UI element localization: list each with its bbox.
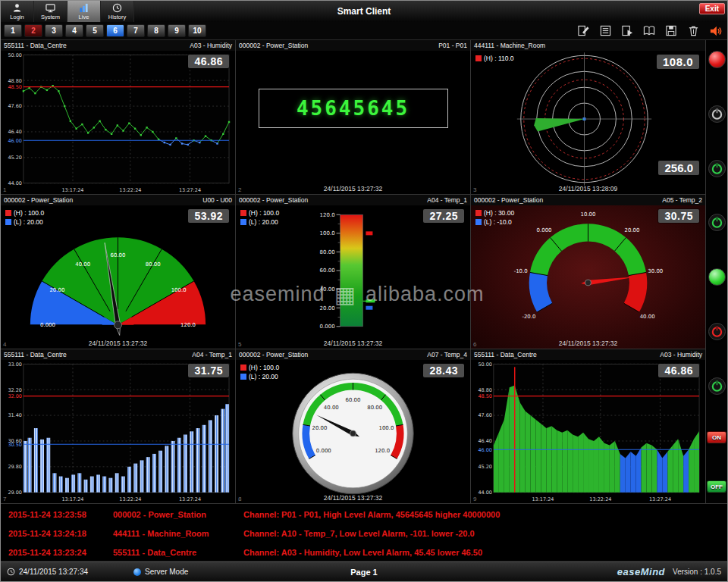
panel-8-dial-gauge[interactable]: 000002 - Power_Station A07 - Temp_4 0.00… [236, 349, 471, 504]
legend-item: (H) : 100.0 [5, 209, 44, 217]
humidity-line-chart: 50.0048.8048.5047.6046.4046.0045.2044.00… [1, 51, 235, 195]
legend-item: (L) : 20.00 [240, 218, 279, 226]
vertical-bar-gauge: 120.0100.080.0060.0040.0020.000.000 [236, 205, 470, 349]
panel-2-digital-readout[interactable]: 000002 - Power_Station P01 - P01 4564564… [236, 40, 471, 195]
page-tab-10[interactable]: 10 [188, 24, 206, 37]
server-mode-icon [133, 568, 141, 576]
alarm-station: 444111 - Machine_Room [113, 529, 243, 538]
panel-timestamp: 24/11/2015 13:27:32 [236, 185, 470, 192]
svg-text:120.0: 120.0 [320, 212, 335, 218]
nav-label: Live [79, 14, 89, 20]
page-tab-2[interactable]: 2 [24, 24, 42, 37]
nav-live-button[interactable]: Live [67, 1, 101, 22]
svg-text:80.00: 80.00 [146, 261, 161, 268]
panel-channel: U00 - U00 [202, 196, 232, 204]
panel-header: 000002 - Power_Station A07 - Temp_4 [236, 349, 470, 360]
page-tab-8[interactable]: 8 [147, 24, 165, 37]
main-area: 555111 - Data_Centre A03 - Humidity 50.0… [1, 40, 727, 504]
panel-4-semicircle-gauge[interactable]: 000002 - Power_Station U00 - U00 0.00020… [1, 195, 236, 349]
system-icon [46, 3, 55, 13]
red-knob-button[interactable] [708, 51, 726, 68]
play-icon-button[interactable] [620, 24, 635, 37]
svg-text:48.80: 48.80 [8, 78, 22, 84]
panel-7-bar-chart[interactable]: 555111 - Data_Centre A04 - Temp_1 33.003… [1, 349, 236, 504]
status-time: 24/11/2015 13:27:34 [19, 568, 88, 576]
svg-text:40.00: 40.00 [320, 286, 335, 293]
on-button[interactable]: ON [707, 431, 726, 443]
clock-icon [7, 568, 15, 576]
page-tab-3[interactable]: 3 [45, 24, 63, 37]
panel-station: 000002 - Power_Station [239, 351, 308, 358]
page-tab-7[interactable]: 7 [127, 24, 145, 37]
alarm-message: Channel: A10 - Temp_7, Low Level Alarm, … [243, 529, 475, 538]
panel-6-ring-gauge[interactable]: 000002 - Power_Station A05 - Temp_2 -20.… [471, 195, 706, 349]
alarm-row[interactable]: 2015-11-24 13:24:18444111 - Machine_Room… [1, 524, 727, 543]
server-mode-group: Server Mode [133, 568, 188, 576]
page-tab-1[interactable]: 1 [4, 24, 22, 37]
svg-text:46.00: 46.00 [478, 447, 492, 453]
nav-history-button[interactable]: History [101, 1, 134, 22]
book-icon-button[interactable] [642, 24, 657, 37]
page-tab-9[interactable]: 9 [168, 24, 186, 37]
panel-timestamp: 24/11/2015 13:27:32 [1, 340, 235, 347]
panel-station: 000002 - Power_Station [239, 42, 308, 49]
alarm-message: Channel: P01 - P01, High Level Alarm, 45… [243, 510, 500, 519]
svg-text:32.00: 32.00 [8, 393, 22, 399]
value-readout: 46.86 [188, 55, 229, 68]
value-readout: 53.92 [188, 209, 229, 223]
panel-header: 555111 - Data_Centre A04 - Temp_1 [1, 349, 235, 360]
panel-legend: (H) : 110.0 [475, 55, 514, 62]
panel-header: 444111 - Machine_Room [471, 40, 705, 51]
panel-5-vertical-bar-gauge[interactable]: 000002 - Power_Station A04 - Temp_1 120.… [236, 195, 471, 349]
svg-text:46.40: 46.40 [8, 129, 22, 135]
svg-text:30.00: 30.00 [648, 268, 663, 274]
legend-item: (L) : 20.00 [240, 373, 279, 380]
panel-station: 000002 - Power_Station [4, 196, 73, 204]
save-icon-button[interactable] [664, 24, 679, 37]
edit-icon-button[interactable] [576, 24, 591, 37]
speaker-icon-button[interactable] [708, 24, 723, 37]
semicircle-gauge: 0.00020.0040.0060.0080.00100.0120.0 [1, 205, 235, 349]
svg-text:120.0: 120.0 [375, 448, 390, 454]
trash-icon-button[interactable] [686, 24, 701, 37]
page-tab-5[interactable]: 5 [86, 24, 104, 37]
panel-channel: A07 - Temp_4 [427, 351, 467, 358]
svg-text:0.000: 0.000 [537, 227, 552, 233]
alarm-row[interactable]: 2015-11-24 13:23:58000002 - Power_Statio… [1, 505, 727, 524]
server-mode-label: Server Mode [145, 568, 188, 576]
svg-text:13:27:24: 13:27:24 [179, 496, 201, 502]
svg-text:44.00: 44.00 [8, 180, 22, 186]
page-tab-6[interactable]: 6 [106, 24, 124, 37]
svg-text:50.00: 50.00 [8, 52, 22, 58]
value-readout: 28.43 [423, 364, 464, 377]
panel-9-area-chart[interactable]: 555111 - Data_Centre A03 - Humidity 50.0… [471, 349, 706, 504]
green-power-3-button[interactable] [708, 377, 726, 395]
svg-text:80.00: 80.00 [320, 249, 335, 255]
svg-text:13:27:24: 13:27:24 [179, 187, 201, 193]
nav-login-button[interactable]: Login [1, 1, 34, 22]
green-power-1-button[interactable] [708, 160, 726, 177]
standby-power-button[interactable] [708, 105, 726, 123]
list-icon-button[interactable] [598, 24, 613, 37]
panel-3-radar[interactable]: 444111 - Machine_Room 108.0 256.0 (H) : … [471, 40, 706, 195]
legend-item: (H) : 110.0 [475, 55, 514, 62]
green-power-2-button[interactable] [708, 214, 726, 231]
svg-text:29.80: 29.80 [8, 464, 22, 470]
svg-text:-20.0: -20.0 [522, 314, 535, 320]
panel-1-humidity-trend[interactable]: 555111 - Data_Centre A03 - Humidity 50.0… [1, 40, 236, 195]
off-button[interactable]: OFF [707, 480, 726, 493]
page-tab-4[interactable]: 4 [65, 24, 83, 37]
alarm-row[interactable]: 2015-11-24 13:23:24555111 - Data_CentreC… [1, 543, 727, 562]
svg-text:46.40: 46.40 [478, 438, 492, 444]
red-power-button[interactable] [708, 323, 726, 340]
main-nav: LoginSystemLiveHistory [1, 1, 134, 22]
panel-channel: A04 - Temp_1 [192, 351, 232, 358]
green-led-button[interactable] [708, 268, 726, 286]
svg-text:20.00: 20.00 [624, 227, 639, 233]
svg-text:120.0: 120.0 [180, 322, 196, 328]
svg-text:0.000: 0.000 [316, 448, 331, 454]
panel-timestamp: 24/11/2015 13:27:32 [471, 340, 705, 347]
nav-system-button[interactable]: System [34, 1, 67, 22]
value-readout: 30.75 [658, 209, 699, 223]
exit-button[interactable]: Exit [699, 3, 725, 14]
